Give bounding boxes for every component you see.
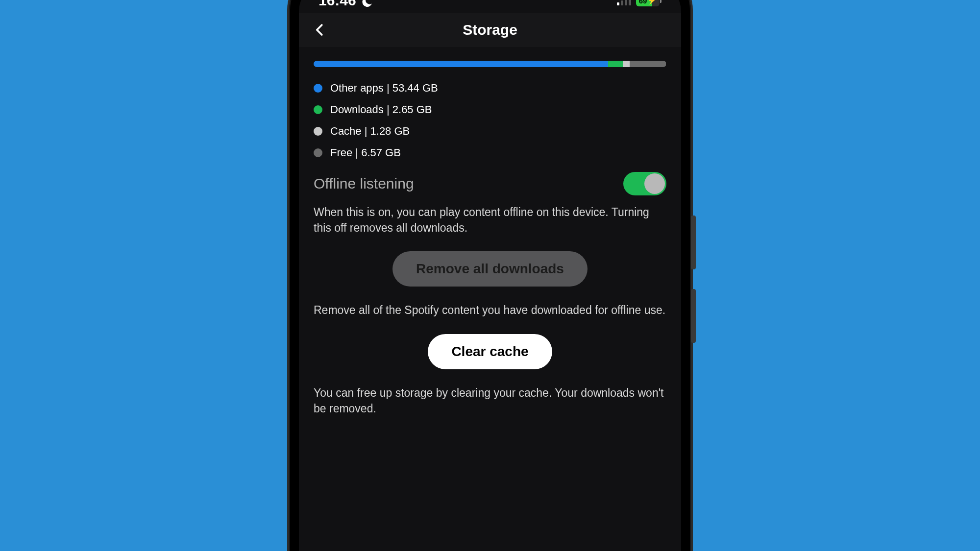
storage-segment-cache <box>623 61 630 67</box>
offline-listening-toggle[interactable] <box>623 172 666 195</box>
storage-segment-other <box>314 61 608 67</box>
do-not-disturb-icon <box>361 0 373 6</box>
legend-row-other: Other apps | 53.44 GB <box>314 82 666 95</box>
clear-cache-description: You can free up storage by clearing your… <box>314 385 666 416</box>
legend-dot-cache <box>314 127 322 136</box>
legend-label-cache: Cache | 1.28 GB <box>330 125 410 138</box>
screen: 16:46 69 ⚡ <box>299 0 681 551</box>
status-time: 16:46 <box>318 0 356 9</box>
clear-cache-button[interactable]: Clear cache <box>428 334 552 369</box>
back-button[interactable] <box>312 22 328 38</box>
charging-icon: ⚡ <box>647 0 657 5</box>
legend-row-cache: Cache | 1.28 GB <box>314 125 666 138</box>
remove-downloads-description: Remove all of the Spotify content you ha… <box>314 302 666 318</box>
legend-dot-downloads <box>314 105 322 114</box>
cellular-signal-icon <box>617 0 631 5</box>
battery-percent: 69 <box>639 0 647 5</box>
offline-listening-description: When this is on, you can play content of… <box>314 204 666 236</box>
storage-segment-free <box>630 61 666 67</box>
legend-label-free: Free | 6.57 GB <box>330 146 401 159</box>
legend-row-downloads: Downloads | 2.65 GB <box>314 103 666 116</box>
storage-usage-bar <box>314 61 666 67</box>
offline-listening-title: Offline listening <box>314 175 414 192</box>
battery-indicator: 69 ⚡ <box>636 0 662 6</box>
legend-dot-other <box>314 84 322 93</box>
legend-label-other: Other apps | 53.44 GB <box>330 82 438 95</box>
storage-legend: Other apps | 53.44 GB Downloads | 2.65 G… <box>314 82 666 159</box>
page-title: Storage <box>463 22 517 38</box>
volume-up-button[interactable] <box>691 216 696 269</box>
volume-down-button[interactable] <box>691 289 696 343</box>
legend-label-downloads: Downloads | 2.65 GB <box>330 103 432 116</box>
storage-segment-downloads <box>608 61 623 67</box>
nav-bar: Storage <box>299 13 681 47</box>
legend-dot-free <box>314 148 322 157</box>
remove-all-downloads-button[interactable]: Remove all downloads <box>392 251 588 287</box>
legend-row-free: Free | 6.57 GB <box>314 146 666 159</box>
status-bar: 16:46 69 ⚡ <box>299 0 681 13</box>
phone-frame: 16:46 69 ⚡ <box>289 0 691 551</box>
toggle-knob <box>644 173 665 194</box>
